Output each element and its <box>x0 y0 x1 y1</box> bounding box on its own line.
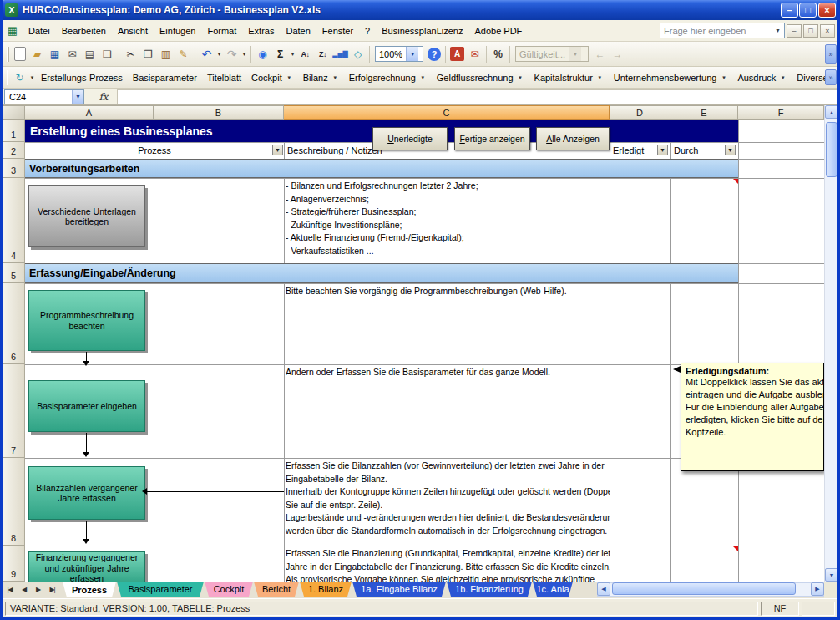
next-sheet-button[interactable]: ▶ <box>31 582 45 597</box>
mail-icon[interactable]: ✉ <box>63 45 81 63</box>
task-box-basisparameter[interactable]: Basisparameter eingeben <box>28 380 145 432</box>
tab-bericht[interactable]: Bericht <box>254 582 299 597</box>
redo-icon[interactable]: ↷ <box>223 45 240 63</box>
help-icon[interactable]: ? <box>428 48 441 61</box>
toolbar-options-button[interactable]: » <box>825 69 837 85</box>
redo-dropdown-icon[interactable]: ▾ <box>240 51 248 58</box>
menu-hilfe[interactable]: ? <box>359 23 376 39</box>
doc-minimize-button[interactable]: – <box>787 24 802 38</box>
print-preview-icon[interactable]: ❏ <box>99 45 116 63</box>
alle-anzeigen-button[interactable]: Alle Anzeigen <box>536 127 610 150</box>
task-box-finanzierung[interactable]: Finanzierung vergangener und zukünftiger… <box>28 551 145 582</box>
nav-ausdruck[interactable]: Ausdruck▾ <box>732 69 792 86</box>
nav-basisparameter[interactable]: Basisparameter <box>128 69 202 86</box>
scroll-right-icon[interactable]: ▶ <box>811 582 824 596</box>
task-box-programmbeschreibung[interactable]: Programmbeschreibung beachten <box>28 290 145 351</box>
row-header-3[interactable]: 3 <box>3 159 25 178</box>
nav-cockpit[interactable]: Cockpit▾ <box>246 69 298 86</box>
scroll-up-icon[interactable]: ▲ <box>825 105 838 119</box>
workbook-icon[interactable]: ▦ <box>6 23 19 38</box>
column-header-d[interactable]: D <box>610 105 670 120</box>
title-bar[interactable]: X HURCO/Businessplan: Demo AG, Zürich - … <box>0 0 840 20</box>
row-header-9[interactable]: 9 <box>3 546 25 582</box>
sort-ascending-icon[interactable]: A↓ <box>296 45 314 63</box>
row-header-5[interactable]: 5 <box>3 263 25 283</box>
column-header-e[interactable]: E <box>670 105 738 120</box>
row-header-1[interactable]: 1 <box>3 120 25 142</box>
open-icon[interactable]: ▰ <box>28 45 46 63</box>
row-header-2[interactable]: 2 <box>3 142 25 159</box>
undo-icon[interactable]: ↶ <box>198 45 215 63</box>
select-all-button[interactable] <box>3 105 25 120</box>
horizontal-scrollbar-thumb[interactable] <box>612 582 796 595</box>
vertical-scrollbar-thumb[interactable] <box>826 122 837 177</box>
name-box[interactable]: C24 ▼ <box>4 89 84 104</box>
chart-wizard-icon[interactable]: ▂▅▇ <box>331 45 349 63</box>
desc-cell-finanzierung[interactable]: Erfassen Sie die Finanzierung (Grundkapi… <box>286 547 610 582</box>
tab-1c-anlagen[interactable]: 1c. Anla <box>533 582 573 597</box>
doc-restore-button[interactable]: □ <box>803 24 818 38</box>
nav-kapitalstruktur[interactable]: Kapitalstruktur▾ <box>529 69 609 86</box>
row-header-4[interactable]: 4 <box>3 178 25 263</box>
undo-dropdown-icon[interactable]: ▾ <box>215 51 223 58</box>
nav-bilanz[interactable]: Bilanz▾ <box>298 69 344 86</box>
drawing-icon[interactable]: ◇ <box>349 45 367 63</box>
formula-input[interactable] <box>117 89 837 104</box>
desc-cell-unterlagen[interactable]: - Bilanzen und Erfolgsrechnungen letzter… <box>286 180 610 262</box>
menu-daten[interactable]: Daten <box>280 23 316 39</box>
previous-sheet-button[interactable]: ◀ <box>17 582 31 597</box>
column-header-f[interactable]: F <box>738 105 824 120</box>
doc-close-button[interactable]: × <box>820 24 835 38</box>
workflow-icon[interactable]: ↻ <box>11 69 28 86</box>
last-sheet-button[interactable]: ▶| <box>45 582 59 597</box>
header-cell-prozess[interactable]: Prozess <box>25 142 284 159</box>
nav-geldflussrechnung[interactable]: Geldflussrechnung▾ <box>432 69 529 86</box>
toolbar-grip[interactable] <box>7 70 8 85</box>
menu-fenster[interactable]: Fenster <box>316 23 359 39</box>
menu-ansicht[interactable]: Ansicht <box>112 23 154 39</box>
tab-1a-eingabe-bilanz[interactable]: 1a. Eingabe Bilanz <box>352 582 446 597</box>
menu-bearbeiten[interactable]: Bearbeiten <box>56 23 112 39</box>
menu-format[interactable]: Format <box>201 23 242 39</box>
row-header-6[interactable]: 6 <box>3 283 25 364</box>
chevron-down-icon[interactable]: ▾ <box>28 74 36 81</box>
chevron-down-icon[interactable]: ▼ <box>775 28 781 33</box>
filter-dropdown-erledigt[interactable]: ▼ <box>657 145 668 155</box>
tab-prozess[interactable]: Prozess <box>63 582 116 597</box>
scroll-left-icon[interactable]: ◀ <box>597 582 610 596</box>
fertige-anzeigen-button[interactable]: Fertige anzeigen <box>454 127 530 150</box>
autosum-dropdown-icon[interactable]: ▾ <box>289 51 296 58</box>
section-vorbereitungsarbeiten[interactable]: Vorbereitungsarbeiten <box>25 159 738 178</box>
menu-einfuegen[interactable]: Einfügen <box>154 23 201 39</box>
cut-icon[interactable]: ✂ <box>122 45 139 63</box>
hyperlink-icon[interactable]: ◉ <box>254 45 271 63</box>
menu-datei[interactable]: Datei <box>23 23 56 39</box>
question-box[interactable]: Frage hier eingeben ▼ <box>660 23 785 38</box>
percent-style-icon[interactable]: % <box>489 45 507 63</box>
tab-basisparameter[interactable]: Basisparameter <box>117 582 204 597</box>
section-erfassung[interactable]: Erfassung/Eingabe/Änderung <box>25 263 738 283</box>
desc-cell-basisparameter[interactable]: Ändern oder Erfassen Sie die Basisparame… <box>286 366 610 383</box>
autosum-icon[interactable]: Σ <box>271 45 289 63</box>
tab-cockpit[interactable]: Cockpit <box>205 582 253 597</box>
chevron-down-icon[interactable]: ▼ <box>406 47 418 61</box>
paste-icon[interactable]: ▥ <box>157 45 175 63</box>
column-header-b[interactable]: B <box>154 105 284 120</box>
column-header-a[interactable]: A <box>25 105 154 120</box>
adobe-pdf-email-icon[interactable]: ✉ <box>466 45 483 63</box>
copy-icon[interactable]: ❐ <box>139 45 157 63</box>
filter-dropdown-durch[interactable]: ▼ <box>725 145 736 155</box>
filter-dropdown-prozess[interactable]: ▼ <box>272 145 283 155</box>
name-box-dropdown-icon[interactable]: ▼ <box>72 90 83 104</box>
row-header-8[interactable]: 8 <box>3 458 25 546</box>
zoom-select[interactable]: 100% ▼ <box>375 46 423 62</box>
insert-function-button[interactable]: fx <box>93 91 114 103</box>
sort-descending-icon[interactable]: Z↓ <box>314 45 331 63</box>
toolbar-options-button[interactable]: » <box>825 44 837 64</box>
minimize-button[interactable]: – <box>781 3 798 18</box>
vertical-scrollbar[interactable]: ▲ ▼ <box>824 105 837 582</box>
close-button[interactable]: × <box>818 3 836 18</box>
task-box-unterlagen[interactable]: Verschiedene Unterlagen bereitlegen <box>28 185 145 247</box>
desc-cell-programmbeschreibung[interactable]: Bitte beachten Sie vorgängig die Program… <box>286 285 610 302</box>
first-sheet-button[interactable]: |◀ <box>3 582 17 597</box>
